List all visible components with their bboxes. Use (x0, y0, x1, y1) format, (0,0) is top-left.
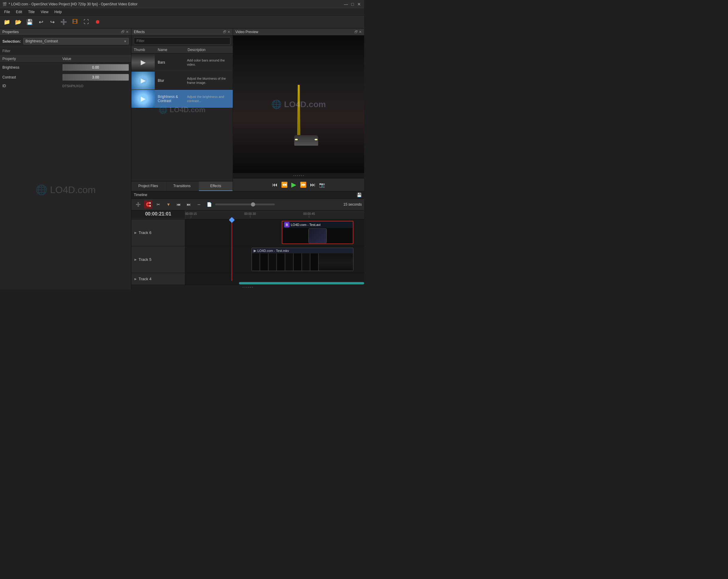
back-button[interactable]: ⏪ (281, 182, 288, 188)
tl-filter-btn[interactable]: ▼ (164, 200, 173, 209)
timeline-toolbar: ➕ 🧲 ✂ ▼ ⏮ ⏭ ↔ 📄 15 seconds (131, 199, 364, 211)
clip2-play-icon: ▶ (254, 249, 256, 253)
tl-stretch-btn[interactable]: ↔ (195, 200, 203, 209)
video-road-line (297, 85, 300, 136)
add-btn[interactable]: ➕ (58, 17, 69, 27)
clip-avi[interactable]: B LO4D.com - Test.avi (282, 221, 354, 244)
selection-label: Selection: (2, 39, 21, 44)
video-preview-close-btn[interactable]: ✕ (359, 30, 362, 34)
selection-row: Selection: Brightness_Contrast ▼ (0, 35, 131, 47)
properties-restore-btn[interactable]: 🗗 (121, 30, 125, 34)
video-preview: Video Preview 🗗 ✕ 🌐 LO4D.com • • • (233, 29, 364, 191)
list-item[interactable]: ▶ Bars Add color bars around the video. (131, 53, 233, 72)
playhead[interactable] (230, 218, 234, 281)
redo-btn[interactable]: ↪ (47, 17, 57, 27)
effects-restore-btn[interactable]: 🗗 (223, 30, 227, 34)
tab-project-files[interactable]: Project Files (131, 182, 165, 191)
tl-page-btn[interactable]: 📄 (205, 200, 213, 209)
tl-zoom-thumb[interactable] (251, 202, 255, 206)
ruler-tick (309, 216, 309, 218)
effects-close-btn[interactable]: ✕ (227, 30, 230, 34)
tl-add-btn[interactable]: ➕ (134, 200, 142, 209)
track-4-name: Track 4 (138, 277, 152, 281)
brightness-label: Brightness (0, 63, 60, 73)
tl-jump-end-btn[interactable]: ⏭ (185, 200, 193, 209)
blur-desc: Adjust the blurriness of the frame image… (185, 75, 233, 86)
video-preview-header: Video Preview 🗗 ✕ (233, 29, 364, 35)
forward-button[interactable]: ⏩ (300, 182, 307, 188)
tl-snap-btn[interactable]: 🧲 (144, 200, 152, 209)
menu-view[interactable]: View (37, 9, 51, 15)
save-project-btn[interactable]: 💾 (25, 17, 35, 27)
table-row: ▶ Track 6 B LO4D.com - Test.avi (131, 219, 364, 246)
track-4-content (185, 273, 364, 285)
title-bar: 🎬 * LO4D.com - OpenShot Video Project [H… (0, 0, 364, 8)
top-right: Effects 🗗 ✕ Thumb Name Description (131, 29, 364, 191)
clip-mkv[interactable]: ▶ LO4D.com - Test.mkv (252, 248, 354, 271)
dropdown-arrow-icon: ▼ (124, 40, 127, 43)
menu-file[interactable]: File (1, 9, 13, 15)
rewind-button[interactable]: ⏮ (272, 182, 278, 188)
title-bar-left: 🎬 * LO4D.com - OpenShot Video Project [H… (2, 2, 137, 6)
tl-jump-start-btn[interactable]: ⏮ (175, 200, 183, 209)
record-btn[interactable]: ⏺ (93, 17, 103, 27)
selection-dropdown[interactable]: Brightness_Contrast ▼ (23, 38, 129, 45)
blur-name: Blur (155, 77, 185, 84)
properties-header: Properties 🗗 ✕ (0, 29, 131, 35)
timeline-title: Timeline (134, 193, 147, 197)
tl-zoom-slider[interactable] (215, 203, 275, 205)
brightness-effect-name: Brightness & Contrast (155, 93, 185, 104)
track-6-label: ▶ Track 6 (131, 219, 185, 246)
menu-title[interactable]: Title (25, 9, 37, 15)
playhead-diamond (229, 217, 235, 223)
menu-edit[interactable]: Edit (13, 9, 25, 15)
contrast-value: 3.00 (92, 75, 99, 79)
clip-filmstrip (282, 228, 353, 244)
title-bar-controls[interactable]: — □ ✕ (343, 1, 362, 7)
table-row: ▶ Track 5 ▶ LO4D.com - Test.mkv (131, 246, 364, 273)
ruler-mark: 00:00:30 (244, 212, 256, 218)
blur-play-icon: ▶ (141, 77, 146, 84)
timeline-body: 00:00:21:01 00:00:15 00:00:30 00:00:45 (131, 211, 364, 290)
play-button[interactable]: ▶ (291, 181, 296, 189)
new-project-btn[interactable]: 📁 (2, 17, 12, 27)
tab-effects[interactable]: Effects (199, 182, 233, 191)
properties-close-btn[interactable]: ✕ (126, 30, 129, 34)
video-preview-restore-btn[interactable]: 🗗 (354, 30, 358, 34)
effects-filter-input[interactable] (134, 37, 230, 45)
maximize-button[interactable]: □ (350, 1, 355, 7)
timeline-save-icon[interactable]: 💾 (357, 193, 362, 197)
end-button[interactable]: ⏭ (310, 182, 315, 188)
properties-title: Properties (2, 30, 19, 34)
bars-thumb: ▶ (131, 53, 155, 71)
clip2-header: ▶ LO4D.com - Test.mkv (252, 248, 353, 253)
fullscreen-btn[interactable]: ⛶ (81, 17, 92, 27)
open-project-btn[interactable]: 📂 (13, 17, 23, 27)
video-preview-controls: 🗗 ✕ (354, 30, 362, 34)
undo-btn[interactable]: ↩ (36, 17, 46, 27)
menu-help[interactable]: Help (51, 9, 65, 15)
headlight-right (315, 139, 317, 140)
track-4-arrow-icon: ▶ (134, 277, 137, 280)
video-controls: ⏮ ⏪ ▶ ⏩ ⏭ 📷 (233, 178, 364, 191)
camera-button[interactable]: 📷 (319, 182, 325, 188)
track-6-name: Track 6 (138, 230, 152, 235)
close-button[interactable]: ✕ (356, 1, 362, 7)
contrast-slider[interactable]: 3.00 (62, 74, 129, 81)
effects-panel: Effects 🗗 ✕ Thumb Name Description (131, 29, 233, 191)
brightness-slider[interactable]: 0.00 (62, 64, 129, 71)
table-row: ▶ Track 4 (131, 273, 364, 285)
tl-cut-btn[interactable]: ✂ (154, 200, 162, 209)
list-item[interactable]: ▶ Blur Adjust the blurriness of the fram… (131, 72, 233, 90)
video-screen: 🌐 LO4D.com (233, 35, 364, 173)
track-4-scroll-thumb[interactable] (239, 282, 364, 284)
export-btn[interactable]: 🎞 (70, 17, 80, 27)
minimize-button[interactable]: — (343, 1, 348, 7)
filmstrip-cell (268, 253, 277, 271)
filmstrip-cell (260, 253, 268, 271)
tab-transitions[interactable]: Transitions (165, 182, 199, 191)
track-6-content: B LO4D.com - Test.avi (185, 219, 364, 246)
bars-play-icon: ▶ (141, 58, 146, 66)
table-row: Brightness 0.00 (0, 63, 131, 73)
list-item[interactable]: ▶ Brightness & Contrast Adjust the brigh… (131, 90, 233, 108)
